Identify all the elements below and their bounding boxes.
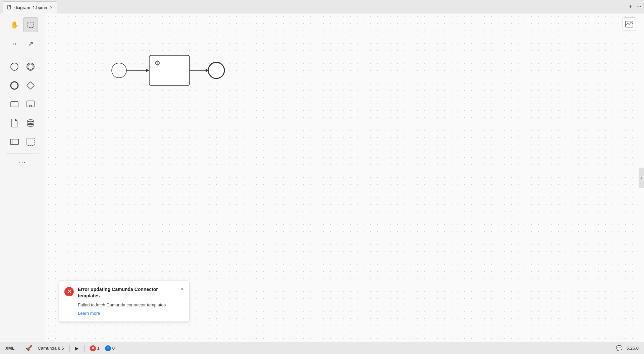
data-store-icon [26, 118, 35, 128]
connect-tool-button[interactable]: ↗ [23, 36, 38, 51]
tool-row-5 [6, 96, 39, 113]
start-event-shape[interactable] [112, 63, 126, 78]
error-count-circle: ✕ [90, 345, 96, 351]
pool-icon [10, 138, 19, 145]
diagram-tab[interactable]: diagram_1.bpmn × [3, 1, 57, 13]
group-button[interactable] [23, 134, 38, 149]
data-object-button[interactable] [7, 116, 22, 130]
status-separator-2 [69, 345, 70, 352]
subprocess-button[interactable] [23, 97, 38, 112]
status-bar-right: 💬 5.26.0 [616, 345, 639, 351]
zoom-level: 5.26.0 [627, 346, 639, 351]
info-count: 0 [112, 346, 115, 351]
bpmn-svg: ⚙ [99, 40, 233, 107]
error-body: Failed to fetch Camunda connector templa… [78, 302, 177, 308]
comment-icon[interactable]: 💬 [616, 345, 623, 351]
right-sidebar-toggle[interactable]: ‹ [639, 168, 644, 188]
error-notification: ✕ Error updating Camunda Connector templ… [59, 281, 190, 322]
intermediate-event-button[interactable] [23, 59, 38, 74]
status-bar-left: XML 🚀 Camunda 8.5 ▶ ✕ 1 ℹ 0 [5, 345, 115, 352]
svg-rect-16 [27, 138, 34, 145]
lasso-icon [27, 21, 34, 28]
error-content: Error updating Camunda Connector templat… [78, 286, 177, 316]
toolbar-divider-2 [6, 153, 39, 154]
svg-point-4 [28, 64, 33, 69]
svg-rect-1 [28, 22, 33, 27]
error-count: 1 [97, 346, 100, 351]
engine-label: Camunda 8.5 [38, 346, 64, 351]
bpmn-diagram: ⚙ [99, 40, 233, 109]
svg-point-2 [11, 63, 18, 70]
arrow-head-1 [146, 69, 149, 72]
pool-button[interactable] [7, 134, 22, 149]
status-bar: XML 🚀 Camunda 8.5 ▶ ✕ 1 ℹ 0 💬 5.26.0 [0, 342, 644, 354]
task-icon [10, 100, 19, 109]
file-icon [7, 5, 12, 10]
title-bar: diagram_1.bpmn × + ··· [0, 0, 644, 13]
gateway-icon [26, 81, 35, 90]
intermediate-event-icon [26, 62, 35, 71]
xml-label[interactable]: XML [5, 346, 14, 351]
rocket-icon: 🚀 [25, 345, 32, 351]
data-store-button[interactable] [23, 116, 38, 130]
tool-row-7 [6, 133, 39, 151]
hand-tool-button[interactable]: ✋ [7, 17, 22, 32]
more-tools-button[interactable]: ··· [16, 156, 29, 169]
error-title: Error updating Camunda Connector templat… [78, 286, 177, 299]
error-badge[interactable]: ✕ 1 [90, 345, 100, 351]
subprocess-icon [26, 100, 35, 109]
svg-point-10 [27, 120, 34, 122]
svg-marker-6 [27, 82, 34, 89]
task-button[interactable] [7, 97, 22, 112]
tool-row-4 [6, 77, 39, 94]
tab-label: diagram_1.bpmn [14, 5, 47, 10]
info-count-circle: ℹ [105, 345, 111, 351]
group-icon [26, 137, 35, 146]
gear-icon-text: ⚙ [154, 59, 160, 67]
minimap-button[interactable] [623, 17, 636, 31]
end-event-button[interactable] [7, 78, 22, 93]
info-badge[interactable]: ℹ 0 [105, 345, 115, 351]
tab-menu-button[interactable]: ··· [636, 3, 641, 10]
lasso-tool-button[interactable] [23, 17, 38, 32]
end-event-icon [10, 81, 19, 90]
svg-rect-7 [11, 102, 18, 107]
space-tool-button[interactable]: ↔ [7, 36, 22, 51]
tab-close-button[interactable]: × [50, 5, 53, 10]
svg-rect-14 [10, 139, 18, 144]
start-event-button[interactable] [7, 59, 22, 74]
toolbar-divider-1 [6, 55, 39, 55]
status-separator-3 [84, 345, 85, 352]
minimap-icon [625, 21, 633, 27]
svg-rect-0 [8, 5, 11, 9]
play-button[interactable]: ▶ [75, 346, 79, 351]
tool-row-6 [6, 114, 39, 132]
main-area: ✋ ↔ ↗ [0, 13, 644, 342]
end-event-shape[interactable] [208, 62, 224, 78]
left-toolbar: ✋ ↔ ↗ [0, 13, 45, 342]
tab-actions: + ··· [629, 3, 641, 10]
svg-point-5 [11, 82, 18, 89]
add-tab-button[interactable]: + [629, 3, 632, 10]
tool-row-1: ✋ [6, 16, 39, 34]
status-separator-1 [20, 345, 20, 352]
error-icon: ✕ [64, 287, 74, 296]
tool-row-2: ↔ ↗ [6, 35, 39, 52]
gateway-button[interactable] [23, 78, 38, 93]
start-event-icon [10, 62, 19, 71]
svg-point-13 [27, 124, 34, 126]
learn-more-link[interactable]: Learn more [78, 311, 100, 316]
tool-row-3 [6, 58, 39, 75]
diagram-canvas[interactable]: ⚙ ✕ Error updating Camunda Connector tem… [45, 13, 644, 342]
error-close-button[interactable]: × [181, 286, 184, 292]
svg-rect-8 [27, 101, 34, 107]
data-object-icon [10, 118, 18, 128]
